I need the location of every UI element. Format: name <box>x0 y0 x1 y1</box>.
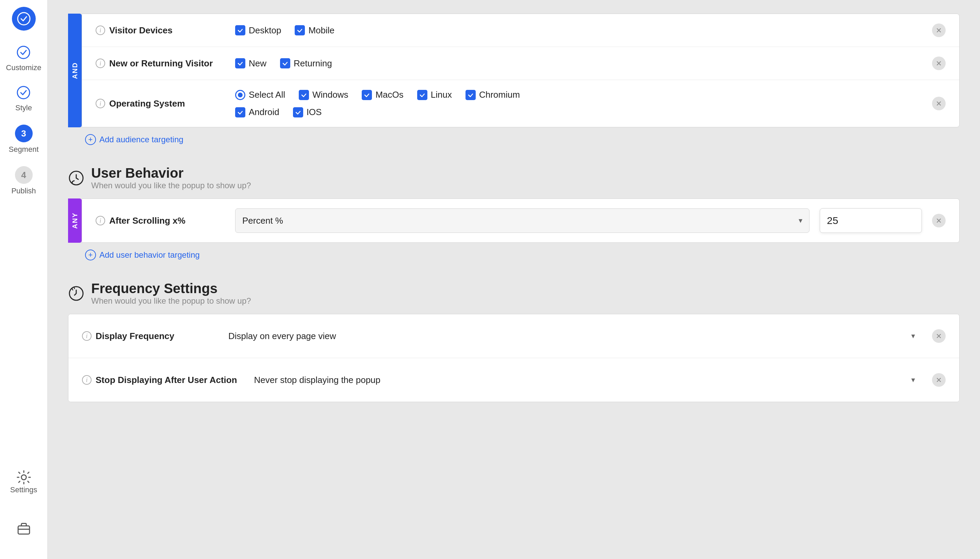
display-freq-chevron: ▾ <box>911 332 915 341</box>
add-audience-label: Add audience targeting <box>99 135 183 144</box>
sidebar-item-style[interactable]: Style <box>15 84 32 112</box>
stop-displaying-row: i Stop Displaying After User Action Neve… <box>68 358 959 402</box>
scrolling-label: After Scrolling x% <box>109 215 185 226</box>
sidebar-item-segment[interactable]: 3 Segment <box>8 125 38 154</box>
linux-label: Linux <box>431 89 452 100</box>
scrolling-info-icon[interactable]: i <box>96 216 105 225</box>
display-freq-info-icon[interactable]: i <box>82 331 92 341</box>
frequency-icon <box>68 285 84 302</box>
add-audience-targeting-link[interactable]: + Add audience targeting <box>68 134 960 145</box>
select-all-radio[interactable] <box>235 90 245 100</box>
android-label: Android <box>249 107 279 117</box>
scrolling-dropdown-chevron: ▾ <box>799 216 802 225</box>
stop-displaying-label: Stop Displaying After User Action <box>96 375 237 385</box>
and-label: AND <box>68 13 82 127</box>
scrolling-rule-row: i After Scrolling x% Percent % ▾ 25 <box>82 198 960 243</box>
chromium-checkbox-item[interactable]: Chromium <box>465 89 520 100</box>
new-checkbox-item[interactable]: New <box>235 58 266 69</box>
new-checkbox[interactable] <box>235 58 245 68</box>
returning-label: Returning <box>294 58 332 69</box>
mobile-checkbox[interactable] <box>295 25 305 35</box>
user-behavior-title-block: User Behavior When would you like the po… <box>91 165 251 190</box>
chromium-label: Chromium <box>479 89 520 100</box>
sidebar-customize-label: Customize <box>6 63 41 72</box>
user-behavior-title: User Behavior <box>91 165 251 181</box>
frequency-title-block: Frequency Settings When would you like t… <box>91 281 251 306</box>
display-freq-label-section: i Display Frequency <box>82 331 211 341</box>
stop-displaying-info-icon[interactable]: i <box>82 375 92 385</box>
returning-checkbox-item[interactable]: Returning <box>280 58 332 69</box>
sidebar-segment-label: Segment <box>8 145 38 154</box>
frequency-header: Frequency Settings When would you like t… <box>68 281 960 306</box>
frequency-title: Frequency Settings <box>91 281 251 296</box>
visitor-devices-remove-btn[interactable] <box>932 23 945 37</box>
display-freq-dropdown[interactable]: Display on every page view ▾ <box>221 324 922 348</box>
macos-checkbox-item[interactable]: MacOs <box>362 89 403 100</box>
add-behavior-plus-icon: + <box>85 250 96 260</box>
macos-checkbox[interactable] <box>362 90 372 100</box>
gear-icon <box>16 469 32 485</box>
sidebar-item-customize[interactable]: Customize <box>6 44 41 72</box>
stop-displaying-remove-btn[interactable] <box>932 373 945 387</box>
svg-point-1 <box>17 46 30 59</box>
windows-checkbox[interactable] <box>299 90 309 100</box>
new-returning-info-icon[interactable]: i <box>96 59 105 68</box>
mobile-checkbox-item[interactable]: Mobile <box>295 25 335 36</box>
scrolling-value: 25 <box>827 215 838 227</box>
select-all-label: Select All <box>249 89 285 100</box>
ios-label: IOS <box>307 107 322 117</box>
windows-checkbox-item[interactable]: Windows <box>299 89 348 100</box>
chromium-checkbox[interactable] <box>465 90 476 100</box>
linux-checkbox-item[interactable]: Linux <box>417 89 452 100</box>
android-checkbox-item[interactable]: Android <box>235 107 279 117</box>
main-content: AND i Visitor Devices Desktop <box>48 0 980 559</box>
settings-label: Settings <box>10 485 38 495</box>
os-info-icon[interactable]: i <box>96 99 105 108</box>
visitor-devices-label-section: i Visitor Devices <box>96 25 225 36</box>
scrolling-value-field[interactable]: 25 <box>820 208 922 233</box>
add-audience-plus-icon: + <box>85 134 96 145</box>
scrolling-remove-btn[interactable] <box>932 214 945 227</box>
operating-system-row: i Operating System Select All <box>82 80 959 127</box>
stop-displaying-value: Never stop displaying the popup <box>254 375 380 385</box>
sidebar: Customize Style 3 Segment 4 Publish Sett… <box>0 0 48 559</box>
sidebar-item-settings[interactable]: Settings <box>10 469 38 495</box>
stop-displaying-dropdown[interactable]: Never stop displaying the popup ▾ <box>247 368 922 392</box>
new-returning-label-section: i New or Returning Visitor <box>96 58 225 69</box>
new-returning-row: i New or Returning Visitor New <box>82 47 959 80</box>
segment-step-number: 3 <box>15 125 33 142</box>
desktop-checkbox-item[interactable]: Desktop <box>235 25 281 36</box>
android-checkbox[interactable] <box>235 107 245 117</box>
scrolling-dropdown[interactable]: Percent % ▾ <box>235 208 810 233</box>
windows-label: Windows <box>312 89 348 100</box>
sidebar-publish-label: Publish <box>11 187 36 195</box>
svg-point-2 <box>17 86 30 99</box>
display-frequency-row: i Display Frequency Display on every pag… <box>68 314 959 358</box>
behavior-any-container: ANY i After Scrolling x% Percent % ▾ 25 <box>68 198 960 243</box>
display-freq-label: Display Frequency <box>96 331 174 341</box>
logo[interactable] <box>12 7 36 31</box>
add-behavior-label: Add user behavior targeting <box>99 250 200 260</box>
display-freq-value: Display on every page view <box>228 331 336 341</box>
os-label-section: i Operating System <box>96 98 225 109</box>
new-label: New <box>249 58 266 69</box>
ios-checkbox[interactable] <box>293 107 303 117</box>
svg-point-0 <box>18 13 30 25</box>
sidebar-item-publish[interactable]: 4 Publish <box>11 166 36 195</box>
stop-displaying-label-section: i Stop Displaying After User Action <box>82 375 237 385</box>
visitor-devices-row: i Visitor Devices Desktop <box>82 14 959 47</box>
user-behavior-section: User Behavior When would you like the po… <box>68 165 960 260</box>
ios-checkbox-item[interactable]: IOS <box>293 107 322 117</box>
publish-step-number: 4 <box>15 166 33 184</box>
frequency-section: Frequency Settings When would you like t… <box>68 281 960 402</box>
sidebar-item-briefcase[interactable] <box>16 520 32 536</box>
select-all-item[interactable]: Select All <box>235 89 285 100</box>
desktop-checkbox[interactable] <box>235 25 245 35</box>
returning-checkbox[interactable] <box>280 58 290 68</box>
display-freq-remove-btn[interactable] <box>932 329 945 343</box>
os-remove-btn[interactable] <box>932 97 945 110</box>
linux-checkbox[interactable] <box>417 90 427 100</box>
add-behavior-targeting-link[interactable]: + Add user behavior targeting <box>68 250 960 260</box>
new-returning-remove-btn[interactable] <box>932 56 945 70</box>
visitor-devices-info-icon[interactable]: i <box>96 26 105 35</box>
